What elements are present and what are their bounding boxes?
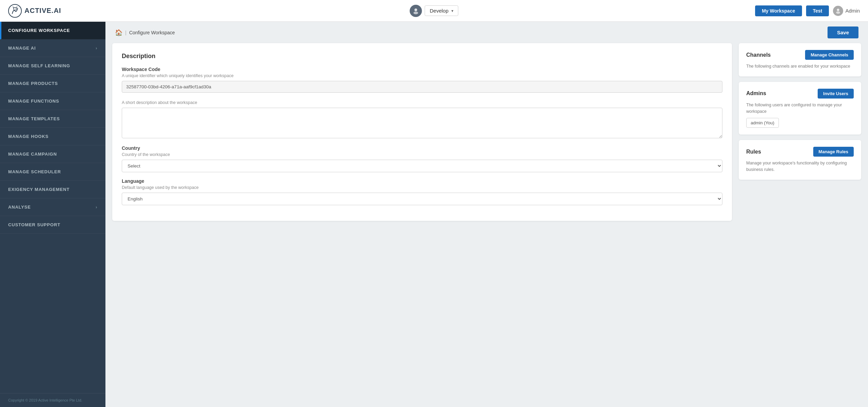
sidebar-item-manage-templates[interactable]: MANAGE TEMPLATES (0, 110, 105, 128)
channels-card: Channels Manage Channels The following c… (739, 43, 861, 76)
sidebar-item-label: MANAGE HOOKS (8, 134, 49, 139)
breadcrumb-separator: | (125, 30, 127, 35)
sidebar-item-label: MANAGE PRODUCTS (8, 81, 58, 86)
svg-point-3 (413, 12, 418, 14)
admin-label: Admin (845, 8, 860, 14)
sidebar-item-analyse[interactable]: ANALYSE› (0, 198, 105, 216)
language-select[interactable]: English (122, 193, 722, 205)
sidebar-item-manage-scheduler[interactable]: MANAGE SCHEDULER (0, 163, 105, 181)
logo: ACTIVE.AI (8, 4, 61, 18)
rules-card: Rules Manage Rules Manage your workspace… (739, 140, 861, 180)
country-sublabel: Country of the workspace (122, 152, 722, 157)
invite-users-button[interactable]: Invite Users (818, 89, 854, 99)
workspace-code-label: Workspace Code (122, 67, 722, 72)
rules-card-desc: Manage your workspace's functionality by… (746, 160, 854, 173)
dropdown-arrow-icon: ▾ (451, 8, 453, 13)
language-sublabel: Default language used by the workspace (122, 185, 722, 190)
sidebar-item-label: MANAGE CAMPAIGN (8, 152, 57, 157)
sidebar-item-configure-workspace[interactable]: CONFIGURE WORKSPACE (0, 22, 105, 39)
test-button[interactable]: Test (806, 5, 829, 16)
workspace-dropdown-label: Develop (430, 8, 448, 14)
admin-avatar-icon (833, 6, 843, 16)
sidebar-footer: Copyright © 2019 Active Intelligence Pte… (0, 393, 105, 407)
sidebar-item-manage-self-learning[interactable]: MANAGE SELF LEARNING (0, 57, 105, 75)
panels: Description Workspace Code A unique iden… (105, 43, 868, 228)
chevron-right-icon: › (96, 46, 97, 51)
country-select[interactable]: Select (122, 160, 722, 172)
my-workspace-button[interactable]: My Workspace (755, 5, 802, 16)
sidebar-item-manage-hooks[interactable]: MANAGE HOOKS (0, 128, 105, 145)
right-panel: Channels Manage Channels The following c… (739, 43, 861, 221)
sidebar-item-manage-ai[interactable]: MANAGE AI› (0, 39, 105, 57)
main-layout: CONFIGURE WORKSPACEMANAGE AI›MANAGE SELF… (0, 22, 868, 407)
header: ACTIVE.AI Develop ▾ My Workspace Test Ad… (0, 0, 868, 22)
description-textarea[interactable] (122, 108, 722, 138)
manage-channels-button[interactable]: Manage Channels (805, 50, 854, 60)
sidebar-item-label: CUSTOMER SUPPORT (8, 222, 60, 227)
chevron-right-icon: › (96, 205, 97, 210)
channels-card-header: Channels Manage Channels (746, 50, 854, 60)
sidebar-item-label: MANAGE SCHEDULER (8, 169, 61, 174)
admins-card-title: Admins (746, 90, 766, 96)
rules-card-header: Rules Manage Rules (746, 147, 854, 157)
description-sublabel: A short description about the workspace (122, 100, 722, 105)
channels-card-title: Channels (746, 52, 771, 58)
sidebar-item-label: MANAGE AI (8, 46, 36, 51)
sidebar-item-label: MANAGE FUNCTIONS (8, 99, 59, 104)
admin-area: Admin (833, 6, 860, 16)
admins-card-header: Admins Invite Users (746, 89, 854, 99)
form-section-title: Description (122, 53, 722, 60)
rules-card-title: Rules (746, 149, 761, 155)
svg-point-4 (837, 8, 839, 11)
header-right: My Workspace Test Admin (755, 5, 860, 16)
sidebar-item-exigency-management[interactable]: EXIGENCY MANAGEMENT (0, 181, 105, 198)
channels-card-desc: The following channels are enabled for y… (746, 63, 854, 70)
breadcrumb: 🏠 | Configure Workspace (115, 29, 175, 36)
sidebar-item-manage-products[interactable]: MANAGE PRODUCTS (0, 75, 105, 92)
content-area: 🏠 | Configure Workspace Save Description… (105, 22, 868, 407)
logo-text: ACTIVE.AI (24, 7, 61, 15)
admins-card-desc: The following users are configured to ma… (746, 102, 854, 115)
admin-tag: admin (You) (746, 118, 779, 128)
language-label: Language (122, 178, 722, 184)
breadcrumb-current: Configure Workspace (129, 30, 175, 35)
admins-card: Admins Invite Users The following users … (739, 82, 861, 135)
manage-rules-button[interactable]: Manage Rules (813, 147, 854, 157)
svg-point-2 (414, 8, 417, 11)
breadcrumb-bar: 🏠 | Configure Workspace Save (105, 22, 868, 43)
workspace-code-input[interactable] (122, 81, 722, 93)
home-icon[interactable]: 🏠 (115, 29, 122, 36)
sidebar-item-label: MANAGE SELF LEARNING (8, 63, 70, 68)
workspace-dropdown[interactable]: Develop ▾ (424, 5, 458, 16)
sidebar-item-label: ANALYSE (8, 205, 31, 210)
user-avatar-icon (410, 5, 422, 17)
country-label: Country (122, 145, 722, 151)
sidebar-item-label: CONFIGURE WORKSPACE (8, 28, 70, 33)
sidebar-item-manage-functions[interactable]: MANAGE FUNCTIONS (0, 92, 105, 110)
workspace-code-sublabel: A unique identifier which uniquely ident… (122, 73, 722, 78)
sidebar: CONFIGURE WORKSPACEMANAGE AI›MANAGE SELF… (0, 22, 105, 407)
save-button[interactable]: Save (828, 26, 858, 38)
sidebar-item-label: MANAGE TEMPLATES (8, 116, 60, 121)
workspace-selector: Develop ▾ (410, 5, 458, 17)
svg-point-5 (836, 11, 840, 14)
sidebar-item-manage-campaign[interactable]: MANAGE CAMPAIGN (0, 145, 105, 163)
sidebar-item-label: EXIGENCY MANAGEMENT (8, 187, 69, 192)
logo-icon (8, 4, 22, 18)
sidebar-item-customer-support[interactable]: CUSTOMER SUPPORT (0, 216, 105, 234)
description-panel: Description Workspace Code A unique iden… (112, 43, 732, 221)
